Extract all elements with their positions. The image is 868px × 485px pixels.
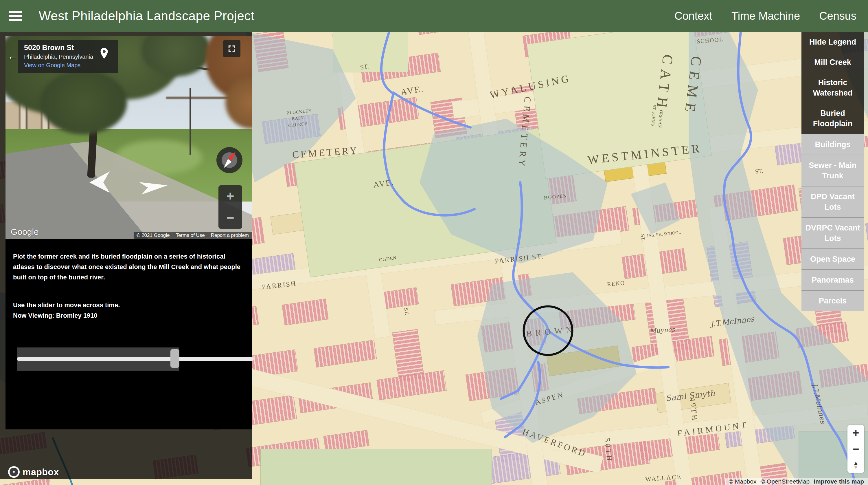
map-street-label: SCHOOL: [696, 36, 724, 45]
map-street-label: CHURCH: [288, 121, 308, 128]
map-street-label: JAS. PH. SCHOOL: [646, 230, 681, 238]
slider-instruction-text: Use the slider to move across time.: [13, 300, 243, 310]
street-view-panorama[interactable]: ← 5020 Brown St Philadelphia, Pennsylvan…: [5, 36, 252, 239]
legend-layer-button[interactable]: Panoramas: [802, 269, 864, 290]
time-machine-info-panel: Plot the former creek and its buried flo…: [5, 239, 252, 429]
legend-layer-button[interactable]: Buildings: [802, 134, 864, 154]
side-drawer: ← 5020 Brown St Philadelphia, Pennsylvan…: [5, 36, 252, 429]
map-compass-button[interactable]: ▲▼: [847, 457, 864, 473]
map-street-label: WESTMINSTER: [587, 141, 703, 167]
page-title: West Philadelphia Landscape Project: [39, 9, 255, 23]
attribution-osm-link[interactable]: © OpenStreetMap: [761, 478, 810, 485]
header-bar: West Philadelphia Landscape Project Cont…: [0, 0, 868, 32]
location-pin-icon[interactable]: [100, 48, 108, 59]
mapbox-logo-word: mapbox: [23, 467, 59, 478]
view-on-google-maps-link[interactable]: View on Google Maps: [24, 62, 113, 68]
map-attribution: © Mapbox © OpenStreetMap Improve this ma…: [725, 478, 868, 485]
street-view-zoom-control: + −: [218, 185, 242, 229]
now-viewing-label: Now Viewing: Bromley 1910: [13, 310, 243, 321]
map-street-label: CEMETERY: [516, 96, 533, 169]
time-slider: [13, 347, 243, 371]
mapbox-logo-icon: ✦: [8, 466, 20, 478]
map-street-label: BLOCKLEY: [286, 108, 312, 116]
google-copyright: © 2021 Google: [133, 232, 173, 239]
legend-layer-button[interactable]: Historic Watershed: [802, 73, 864, 103]
street-view-zoom-out-button[interactable]: −: [218, 207, 242, 228]
map-street-label: 50TH: [603, 437, 614, 463]
map-street-label: PARRISH: [261, 280, 297, 291]
time-slider-track[interactable]: [17, 357, 254, 361]
nav-link[interactable]: Time Machine: [732, 10, 800, 22]
back-arrow-button[interactable]: ←: [7, 50, 18, 62]
map-street-label: ST.: [640, 234, 647, 241]
map-street-label: AVE.: [400, 83, 425, 97]
legend-layer-button[interactable]: Mill Creek: [802, 52, 864, 73]
legend-layer-button[interactable]: DPD Vacant Lots: [802, 186, 864, 217]
map-street-label: 49TH: [688, 397, 699, 422]
map-street-label: ST.: [360, 62, 369, 71]
map-street-label: Muynes: [649, 326, 675, 335]
header-nav: ContextTime MachineCensus: [675, 0, 857, 32]
map-zoom-in-button[interactable]: +: [847, 425, 864, 441]
description-text: Plot the former creek and its buried flo…: [13, 251, 245, 283]
street-view-zoom-in-button[interactable]: +: [218, 185, 242, 207]
map-street-label: FAIRMOUNT: [677, 420, 749, 438]
map-street-label: J.T.McInnes: [811, 383, 827, 424]
map-street-label: PARRISH ST.: [494, 252, 544, 265]
compass-south-icon: ▼: [853, 465, 859, 469]
map-street-label: J.T.McInnes: [710, 314, 755, 329]
street-view-compass[interactable]: [216, 147, 243, 173]
map-zoom-out-button[interactable]: −: [847, 441, 864, 457]
google-logo: Google: [11, 227, 39, 237]
nav-link[interactable]: Context: [675, 10, 712, 22]
app: WYALUSINGAVE.SCHOOLCATHCEMECEMETERYCEMET…: [0, 0, 868, 485]
fullscreen-button[interactable]: [223, 40, 241, 57]
legend-layer-button[interactable]: DVRPC Vacant Lots: [802, 217, 864, 249]
map-zoom-control: + − ▲▼: [847, 425, 864, 473]
map-street-label: HOOPES: [544, 193, 567, 201]
menu-icon[interactable]: [9, 11, 22, 21]
map-street-label: CEME: [681, 55, 705, 118]
map-street-label: ORPHAN: [657, 110, 664, 128]
layer-legend-panel: Hide LegendMill CreekHistoric WatershedB…: [802, 32, 864, 311]
attribution-improve-link[interactable]: Improve this map: [814, 478, 864, 485]
map-street-label: ST. JOHN'S: [650, 105, 657, 126]
legend-layer-button[interactable]: Sewer - Main Trunk: [802, 154, 864, 186]
report-a-problem-link[interactable]: Report a problem: [208, 232, 252, 239]
map-street-label: WALLACE: [645, 473, 682, 483]
mapbox-logo[interactable]: ✦ mapbox: [8, 466, 59, 478]
attribution-mapbox-link[interactable]: © Mapbox: [729, 478, 756, 485]
map-street-label: CEMETERY: [292, 145, 359, 161]
map-street-label: OGDEN: [379, 255, 397, 262]
map-street-label: ST.: [755, 168, 763, 175]
map-street-label: AVE.: [373, 177, 395, 190]
map-street-label: HAVERFORD: [521, 427, 588, 459]
terms-of-use-link[interactable]: Terms of Use: [173, 232, 208, 239]
legend-layer-button[interactable]: Hide Legend: [802, 32, 864, 52]
street-view-legal-bar: © 2021 Google Terms of Use Report a prob…: [133, 232, 252, 239]
legend-layer-button[interactable]: Parcels: [802, 290, 864, 311]
map-street-label: ASPEN: [534, 390, 565, 407]
legend-layer-button[interactable]: Open Space: [802, 249, 864, 269]
fullscreen-icon: [227, 44, 236, 53]
map-street-label: BROWN: [526, 324, 576, 339]
legend-layer-button[interactable]: Buried Floodplain: [802, 103, 864, 134]
map-street-label: RENO: [607, 279, 625, 287]
time-slider-thumb[interactable]: [170, 349, 179, 368]
nav-link[interactable]: Census: [819, 10, 857, 22]
map-street-label: ST.: [403, 308, 410, 315]
map-street-label: BAPT.: [291, 115, 305, 122]
